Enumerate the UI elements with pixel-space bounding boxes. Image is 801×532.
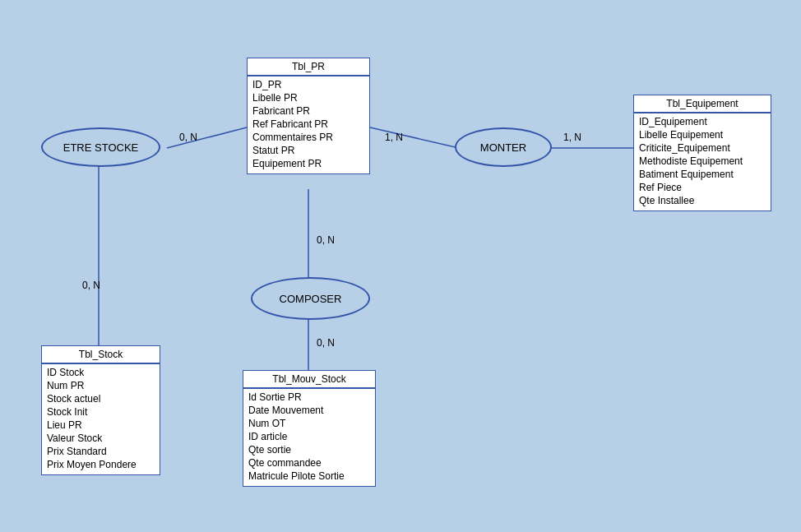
- card-monter-equip: 1, N: [563, 132, 581, 143]
- field-libelle-pr: Libelle PR: [252, 91, 364, 104]
- field-batiment-equipement: Batiment Equipement: [639, 168, 766, 181]
- tbl-equipement-body: ID_Equipement Libelle Equipement Critici…: [634, 113, 771, 210]
- field-ref-piece: Ref Piece: [639, 181, 766, 194]
- field-date-mouvement: Date Mouvement: [248, 404, 370, 417]
- field-libelle-equipement: Libelle Equipement: [639, 128, 766, 141]
- card-etre-stocke-stock: 0, N: [82, 280, 100, 291]
- field-qte-sortie: Qte sortie: [248, 443, 370, 456]
- field-statut-pr: Statut PR: [252, 144, 364, 157]
- tbl-mouv-stock-header: Tbl_Mouv_Stock: [243, 371, 375, 388]
- etre-stocke-relationship: ETRE STOCKE: [41, 127, 160, 167]
- field-matricule-pilote-sortie: Matricule Pilote Sortie: [248, 470, 370, 483]
- field-id-equipement: ID_Equipement: [639, 115, 766, 128]
- tbl-stock-entity: Tbl_Stock ID Stock Num PR Stock actuel S…: [41, 345, 160, 475]
- field-prix-standard: Prix Standard: [47, 445, 155, 458]
- field-qte-installee: Qte Installee: [639, 194, 766, 207]
- tbl-mouv-stock-entity: Tbl_Mouv_Stock Id Sortie PR Date Mouveme…: [243, 370, 376, 487]
- field-fabricant-pr: Fabricant PR: [252, 104, 364, 118]
- card-pr-composer: 0, N: [317, 234, 335, 246]
- field-valeur-stock: Valeur Stock: [47, 432, 155, 445]
- field-lieu-pr: Lieu PR: [47, 419, 155, 432]
- card-pr-etre-stocke: 0, N: [179, 132, 197, 143]
- tbl-stock-header: Tbl_Stock: [42, 346, 160, 363]
- monter-relationship: MONTER: [455, 127, 552, 167]
- field-equipement-pr: Equipement PR: [252, 157, 364, 170]
- tbl-pr-entity: Tbl_PR ID_PR Libelle PR Fabricant PR Ref…: [247, 58, 370, 174]
- field-stock-actuel: Stock actuel: [47, 392, 155, 405]
- tbl-mouv-stock-body: Id Sortie PR Date Mouvement Num OT ID ar…: [243, 388, 375, 486]
- field-num-ot: Num OT: [248, 417, 370, 430]
- etre-stocke-label: ETRE STOCKE: [63, 141, 139, 154]
- tbl-equipement-entity: Tbl_Equipement ID_Equipement Libelle Equ…: [633, 95, 771, 211]
- field-id-article: ID article: [248, 430, 370, 443]
- tbl-pr-header: Tbl_PR: [248, 58, 369, 76]
- tbl-equipement-header: Tbl_Equipement: [634, 95, 771, 113]
- field-commentaires-pr: Commentaires PR: [252, 131, 364, 144]
- svg-line-2: [370, 127, 459, 148]
- tbl-stock-body: ID Stock Num PR Stock actuel Stock Init …: [42, 363, 160, 474]
- field-stock-init: Stock Init: [47, 405, 155, 419]
- field-id-stock: ID Stock: [47, 366, 155, 379]
- card-pr-monter: 1, N: [385, 132, 403, 143]
- field-methodiste-equipement: Methodiste Equipement: [639, 155, 766, 168]
- tbl-pr-body: ID_PR Libelle PR Fabricant PR Ref Fabric…: [248, 76, 369, 173]
- monter-label: MONTER: [480, 141, 526, 154]
- field-num-pr: Num PR: [47, 379, 155, 392]
- diagram-canvas: Tbl_PR ID_PR Libelle PR Fabricant PR Ref…: [0, 0, 801, 532]
- composer-label: COMPOSER: [280, 293, 342, 305]
- field-id-sortie-pr: Id Sortie PR: [248, 391, 370, 404]
- card-composer-mouv: 0, N: [317, 337, 335, 349]
- field-ref-fabricant-pr: Ref Fabricant PR: [252, 118, 364, 131]
- field-id-pr: ID_PR: [252, 78, 364, 91]
- composer-relationship: COMPOSER: [251, 277, 370, 320]
- field-prix-moyen-pondere: Prix Moyen Pondere: [47, 458, 155, 471]
- field-criticite-equipement: Criticite_Equipement: [639, 141, 766, 155]
- field-qte-commandee: Qte commandee: [248, 456, 370, 470]
